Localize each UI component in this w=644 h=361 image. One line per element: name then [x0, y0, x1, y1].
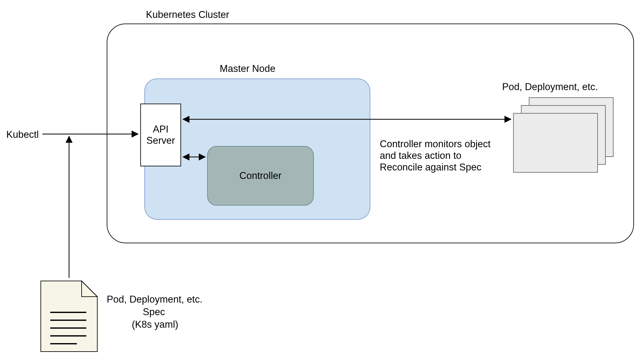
diagram-canvas: Kubernetes Cluster Master Node API Serve… — [0, 0, 644, 361]
arrows-layer — [0, 0, 644, 361]
